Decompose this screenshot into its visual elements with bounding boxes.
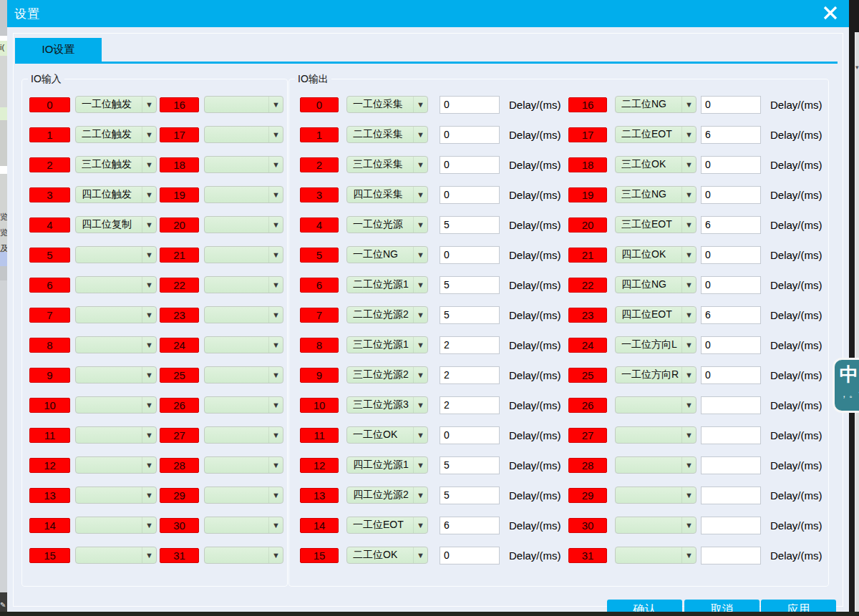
io-output-function-select[interactable]: 四工位光源2 ▼ <box>346 487 428 504</box>
io-output-function-select[interactable]: ▼ <box>615 396 697 414</box>
io-input-function-select[interactable]: 四工位触发 ▼ <box>75 186 157 203</box>
io-output-function-select[interactable]: 三工位光源2 ▼ <box>346 366 428 383</box>
delay-input[interactable] <box>440 186 500 204</box>
io-output-function-select[interactable]: 一工位EOT ▼ <box>346 517 428 534</box>
delay-input[interactable] <box>440 156 500 174</box>
io-input-function-select[interactable]: ▼ <box>75 246 157 263</box>
delay-input[interactable] <box>440 216 500 234</box>
io-output-function-select[interactable]: 二工位EOT ▼ <box>615 126 697 143</box>
delay-input[interactable] <box>701 126 761 144</box>
delay-input[interactable] <box>440 396 500 414</box>
delay-input[interactable] <box>440 547 500 564</box>
delay-input[interactable] <box>440 456 500 474</box>
io-output-function-select[interactable]: 四工位光源1 ▼ <box>346 456 428 474</box>
delay-input[interactable] <box>701 246 761 264</box>
delay-input[interactable] <box>440 276 500 294</box>
io-input-function-select[interactable]: ▼ <box>204 126 283 143</box>
io-input-function-select[interactable]: ▼ <box>204 96 283 113</box>
io-output-function-select[interactable]: 三工位NG ▼ <box>615 186 697 203</box>
io-input-function-select[interactable]: ▼ <box>204 547 283 564</box>
io-input-function-select[interactable]: 一工位触发 ▼ <box>75 96 157 113</box>
io-input-function-select[interactable]: ▼ <box>204 396 283 414</box>
io-input-function-select[interactable]: ▼ <box>75 517 157 534</box>
io-output-function-select[interactable]: 三工位采集 ▼ <box>346 156 428 173</box>
delay-input[interactable] <box>701 156 761 174</box>
io-input-function-select[interactable]: ▼ <box>75 547 157 564</box>
io-input-function-select[interactable]: ▼ <box>75 396 157 414</box>
io-output-function-select[interactable]: 三工位光源1 ▼ <box>346 336 428 353</box>
delay-input[interactable] <box>440 96 500 114</box>
delay-input[interactable] <box>701 216 761 234</box>
delay-input[interactable] <box>701 426 761 444</box>
close-button[interactable] <box>820 3 840 23</box>
delay-input[interactable] <box>440 306 500 324</box>
delay-input[interactable] <box>701 456 761 474</box>
tab-io-settings[interactable]: IO设置 <box>15 38 102 62</box>
dropdown-arrow-icon[interactable]: ▾ <box>855 64 859 71</box>
io-input-function-select[interactable]: ▼ <box>204 336 283 353</box>
io-input-function-select[interactable]: 三工位触发 ▼ <box>75 156 157 173</box>
io-input-function-select[interactable]: ▼ <box>204 306 283 323</box>
io-output-function-select[interactable]: 四工位采集 ▼ <box>346 186 428 203</box>
io-output-function-select[interactable]: 一工位OK ▼ <box>346 426 428 444</box>
io-input-function-select[interactable]: ▼ <box>204 517 283 534</box>
io-input-function-select[interactable]: ▼ <box>204 216 283 233</box>
io-output-function-select[interactable]: 四工位EOT ▼ <box>615 306 697 323</box>
io-output-function-select[interactable]: 三工位OK ▼ <box>615 156 697 173</box>
io-input-function-select[interactable]: 四工位复制 ▼ <box>75 216 157 233</box>
io-input-function-select[interactable]: ▼ <box>204 156 283 173</box>
delay-input[interactable] <box>440 366 500 384</box>
io-input-function-select[interactable]: ▼ <box>75 366 157 383</box>
io-input-function-select[interactable]: ▼ <box>204 276 283 293</box>
io-input-function-select[interactable]: ▼ <box>75 487 157 504</box>
delay-input[interactable] <box>701 336 761 354</box>
delay-input[interactable] <box>701 276 761 294</box>
delay-input[interactable] <box>440 426 500 444</box>
io-output-function-select[interactable]: 四工位NG ▼ <box>615 276 697 293</box>
delay-input[interactable] <box>701 487 761 504</box>
delay-input[interactable] <box>701 186 761 204</box>
io-output-function-select[interactable]: 二工位NG ▼ <box>615 96 697 113</box>
delay-input[interactable] <box>440 246 500 264</box>
delay-input[interactable] <box>701 547 761 564</box>
io-output-function-select[interactable]: 二工位光源2 ▼ <box>346 306 428 323</box>
io-output-function-select[interactable]: ▼ <box>615 517 697 534</box>
io-input-function-select[interactable]: ▼ <box>204 456 283 474</box>
io-input-function-select[interactable]: ▼ <box>204 246 283 263</box>
delay-input[interactable] <box>440 487 500 504</box>
delay-input[interactable] <box>701 396 761 414</box>
io-input-function-select[interactable]: ▼ <box>75 336 157 353</box>
io-output-function-select[interactable]: ▼ <box>615 426 697 444</box>
io-output-function-select[interactable]: 三工位光源3 ▼ <box>346 396 428 414</box>
delay-input[interactable] <box>701 517 761 534</box>
io-input-function-select[interactable]: ▼ <box>75 306 157 323</box>
io-output-function-select[interactable]: 一工位方向L ▼ <box>615 336 697 353</box>
io-output-function-select[interactable]: ▼ <box>615 456 697 474</box>
delay-input[interactable] <box>701 96 761 114</box>
delay-input[interactable] <box>440 336 500 354</box>
io-output-function-select[interactable]: ▼ <box>615 547 697 564</box>
io-output-function-select[interactable]: 一工位方向R ▼ <box>615 366 697 383</box>
io-input-function-select[interactable]: ▼ <box>75 276 157 293</box>
delay-input[interactable] <box>701 306 761 324</box>
delay-input[interactable] <box>701 366 761 384</box>
io-output-function-select[interactable]: 一工位采集 ▼ <box>346 96 428 113</box>
io-output-function-select[interactable]: 二工位采集 ▼ <box>346 126 428 143</box>
io-output-function-select[interactable]: 二工位光源1 ▼ <box>346 276 428 293</box>
io-output-function-select[interactable]: 一工位光源 ▼ <box>346 216 428 233</box>
io-input-function-select[interactable]: ▼ <box>204 186 283 203</box>
io-output-function-select[interactable]: ▼ <box>615 487 697 504</box>
io-input-function-select[interactable]: ▼ <box>204 426 283 444</box>
delay-input[interactable] <box>440 126 500 144</box>
io-output-function-select[interactable]: 三工位EOT ▼ <box>615 216 697 233</box>
io-input-function-select[interactable]: ▼ <box>204 487 283 504</box>
io-input-function-select[interactable]: 二工位触发 ▼ <box>75 126 157 143</box>
io-input-function-select[interactable]: ▼ <box>204 366 283 383</box>
io-output-function-select[interactable]: 二工位OK ▼ <box>346 547 428 564</box>
delay-input[interactable] <box>440 517 500 534</box>
io-output-function-select[interactable]: 四工位OK ▼ <box>615 246 697 263</box>
ime-toolbar[interactable]: 中 ，。简 <box>833 358 859 413</box>
io-input-function-select[interactable]: ▼ <box>75 456 157 474</box>
io-input-function-select[interactable]: ▼ <box>75 426 157 444</box>
io-output-function-select[interactable]: 一工位NG ▼ <box>346 246 428 263</box>
